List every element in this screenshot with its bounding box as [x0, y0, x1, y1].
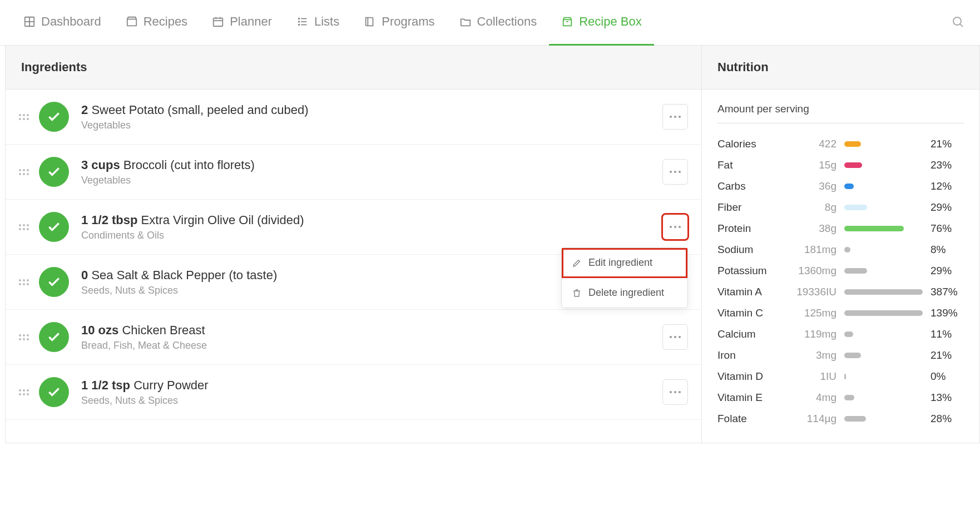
svg-point-21 [670, 171, 672, 173]
nav-lists[interactable]: Lists [284, 0, 352, 46]
more-horizontal-icon [669, 225, 681, 229]
nav-label: Programs [382, 14, 434, 29]
nutrition-percent: 29% [930, 201, 964, 214]
box-icon [561, 16, 573, 28]
nutrition-label: Vitamin A [717, 286, 779, 298]
nutrition-bar-track [844, 141, 923, 147]
nutrition-percent: 0% [930, 370, 964, 383]
nutrition-label: Calories [717, 138, 779, 150]
check-circle[interactable] [39, 267, 69, 297]
check-icon [47, 275, 61, 289]
svg-line-17 [960, 24, 963, 27]
nutrition-row: Sodium 181mg 8% [717, 239, 964, 260]
ingredient-title: 10 ozs Chicken Breast [81, 323, 662, 338]
ingredient-text: 10 ozs Chicken Breast Bread, Fish, Meat … [81, 323, 662, 351]
nutrition-label: Folate [717, 413, 779, 425]
ingredient-name: Curry Powder [133, 378, 208, 392]
nutrition-bar-track [844, 331, 923, 337]
ingredients-header: Ingredients [6, 46, 701, 90]
nutrition-bar-fill [844, 416, 866, 422]
nutrition-row: Carbs 36g 12% [717, 176, 964, 197]
nutrition-row: Vitamin D 1IU 0% [717, 366, 964, 387]
nutrition-label: Vitamin E [717, 392, 779, 404]
nutrition-label: Fat [717, 159, 779, 171]
nutrition-percent: 21% [930, 138, 964, 150]
nutrition-label: Iron [717, 349, 779, 362]
nutrition-bar-track [844, 226, 923, 231]
more-actions-button[interactable] [662, 159, 688, 185]
ingredient-qty: 2 [81, 103, 88, 117]
svg-point-10 [299, 18, 300, 19]
nutrition-bar-track [844, 374, 923, 379]
nutrition-bar-fill [844, 247, 850, 252]
nutrition-header: Nutrition [702, 46, 979, 90]
check-circle[interactable] [39, 212, 69, 242]
nutrition-label: Vitamin D [717, 370, 779, 383]
nutrition-value: 422 [786, 138, 837, 150]
dashboard-icon [23, 16, 36, 28]
more-actions-button[interactable] [662, 104, 688, 130]
svg-point-26 [679, 226, 681, 228]
svg-point-23 [679, 171, 681, 173]
nav-recipes[interactable]: Recipes [113, 0, 200, 46]
drag-handle-icon[interactable] [19, 165, 29, 179]
nutrition-value: 1IU [786, 370, 837, 383]
drag-handle-icon[interactable] [19, 220, 29, 234]
edit-ingredient-item[interactable]: Edit ingredient [562, 248, 687, 278]
more-horizontal-icon [669, 335, 681, 339]
check-circle[interactable] [39, 157, 69, 187]
nutrition-label: Potassium [717, 265, 779, 277]
search-icon [951, 15, 964, 28]
delete-ingredient-item[interactable]: Delete ingredient [562, 278, 687, 308]
drag-handle-icon[interactable] [19, 275, 29, 289]
ingredient-row: 1 1/2 tsp Curry Powder Seeds, Nuts & Spi… [6, 365, 701, 420]
more-actions-button[interactable] [662, 379, 688, 405]
check-circle[interactable] [39, 102, 69, 132]
check-icon [47, 385, 61, 399]
nav-programs[interactable]: Programs [352, 0, 447, 46]
nav-planner[interactable]: Planner [200, 0, 284, 46]
nutrition-row: Protein 38g 76% [717, 218, 964, 239]
top-nav: Dashboard Recipes Planner Lists Programs… [0, 0, 980, 46]
drag-handle-icon[interactable] [19, 330, 29, 344]
ingredient-category: Vegetables [81, 120, 662, 131]
search-button[interactable] [947, 11, 969, 35]
ingredient-qty: 10 ozs [81, 323, 118, 337]
calendar-icon [212, 16, 224, 28]
nutrition-bar-fill [844, 331, 853, 337]
check-circle[interactable] [39, 377, 69, 407]
svg-point-34 [674, 391, 676, 393]
folder-icon [459, 16, 472, 28]
trash-icon [572, 288, 582, 298]
svg-point-30 [670, 336, 672, 338]
drag-handle-icon[interactable] [19, 110, 29, 124]
nutrition-value: 8g [786, 201, 837, 214]
ingredient-name: Chicken Breast [122, 323, 205, 337]
ingredients-panel: Ingredients 2 Sweet Potato (small, peele… [5, 46, 702, 443]
ingredient-qty: 1 1/2 tbsp [81, 213, 137, 227]
nutrition-label: Fiber [717, 201, 779, 214]
book-icon [364, 16, 376, 28]
ingredient-name: Extra Virgin Olive Oil (divided) [141, 213, 304, 227]
nav-recipe-box[interactable]: Recipe Box [549, 0, 654, 46]
nutrition-row: Iron 3mg 21% [717, 345, 964, 366]
ingredient-text: 1 1/2 tsp Curry Powder Seeds, Nuts & Spi… [81, 378, 662, 407]
check-circle[interactable] [39, 322, 69, 352]
nutrition-row: Fat 15g 23% [717, 155, 964, 176]
nutrition-percent: 76% [930, 222, 964, 235]
nutrition-row: Fiber 8g 29% [717, 197, 964, 218]
nutrition-bar-fill [844, 268, 867, 274]
ingredient-row: 2 Sweet Potato (small, peeled and cubed)… [6, 90, 701, 145]
nutrition-bar-fill [844, 141, 861, 147]
ingredient-category: Seeds, Nuts & Spices [81, 395, 662, 407]
svg-point-32 [679, 336, 681, 338]
nav-dashboard[interactable]: Dashboard [11, 0, 113, 46]
svg-rect-14 [563, 19, 572, 26]
nav-label: Recipe Box [579, 14, 642, 29]
more-actions-button[interactable] [662, 214, 688, 240]
nutrition-row: Folate 114µg 28% [717, 408, 964, 429]
drag-handle-icon[interactable] [19, 385, 29, 399]
nutrition-percent: 12% [930, 180, 964, 192]
more-actions-button[interactable] [662, 324, 688, 350]
nav-collections[interactable]: Collections [447, 0, 550, 46]
